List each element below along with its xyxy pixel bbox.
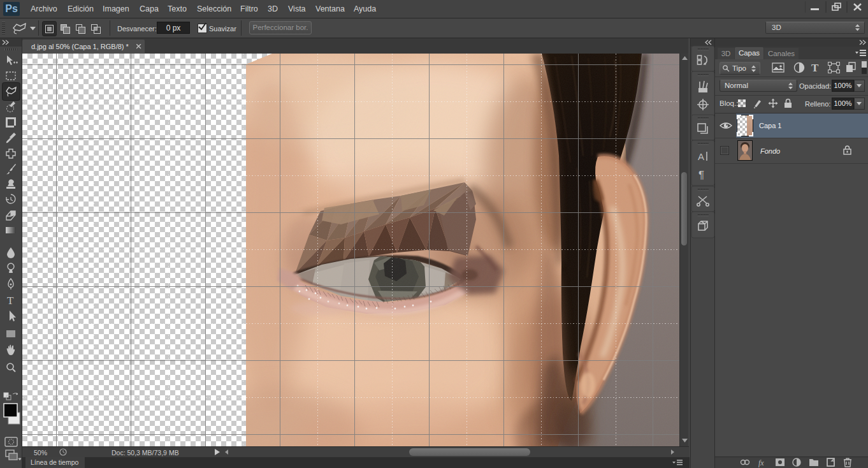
svg-text:fx: fx — [758, 458, 764, 467]
svg-text:¶: ¶ — [698, 169, 704, 181]
svg-text:T: T — [811, 62, 819, 74]
svg-text:T: T — [7, 295, 14, 307]
svg-text:A: A — [698, 151, 704, 162]
